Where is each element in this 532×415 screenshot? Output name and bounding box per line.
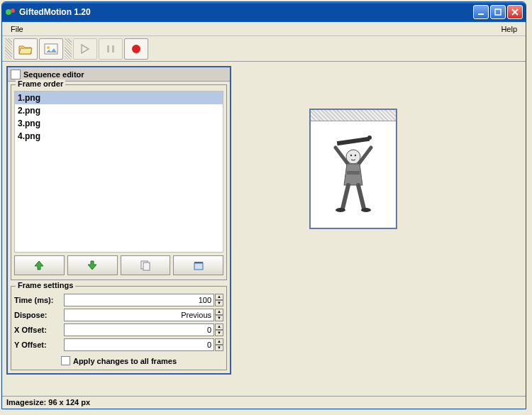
toolbar-grip	[5, 38, 12, 60]
play-button[interactable]	[73, 38, 97, 60]
svg-point-19	[336, 208, 345, 212]
svg-rect-13	[337, 137, 370, 145]
svg-rect-10	[143, 262, 150, 270]
toolbar	[2, 36, 526, 62]
move-up-button[interactable]	[14, 255, 65, 275]
preview-image	[321, 132, 385, 217]
apply-all-label: Apply changes to all frames	[73, 357, 177, 365]
svg-point-17	[355, 155, 356, 156]
svg-point-1	[11, 9, 15, 13]
time-label: Time (ms):	[14, 296, 64, 304]
svg-rect-2	[478, 13, 484, 15]
dispose-label: Dispose:	[14, 311, 64, 319]
spinner-down-icon[interactable]: ▼	[215, 345, 223, 351]
image-button[interactable]	[39, 38, 63, 60]
list-item[interactable]: 1.png	[15, 92, 223, 104]
spinner-down-icon[interactable]: ▼	[215, 315, 223, 321]
arrow-down-icon	[87, 260, 98, 271]
move-down-button[interactable]	[67, 255, 118, 275]
svg-point-5	[47, 46, 50, 49]
preview-canvas	[311, 121, 396, 228]
frame-order-group: Frame order 1.png 2.png 3.png 4.png	[11, 84, 227, 280]
sequence-editor-window[interactable]: Sequence editor Frame order 1.png 2.png …	[6, 66, 231, 375]
frame-list[interactable]: 1.png 2.png 3.png 4.png	[14, 91, 223, 253]
time-spinner[interactable]: ▲▼	[215, 294, 223, 306]
svg-point-8	[132, 45, 140, 53]
app-window: GiftedMotion 1.20 File Help	[1, 1, 526, 409]
svg-rect-11	[194, 263, 203, 270]
spinner-down-icon[interactable]: ▼	[215, 330, 223, 336]
spinner-up-icon[interactable]: ▲	[215, 338, 223, 345]
frame-order-legend: Frame order	[16, 79, 65, 88]
duplicate-button[interactable]	[121, 255, 171, 275]
svg-rect-6	[107, 45, 109, 52]
copy-icon	[140, 260, 151, 271]
titlebar[interactable]: GiftedMotion 1.20	[2, 2, 526, 22]
list-item[interactable]: 4.png	[15, 130, 223, 143]
window-title: GiftedMotion 1.20	[19, 7, 473, 17]
toolbar-sep	[65, 38, 72, 60]
svg-rect-3	[495, 9, 501, 15]
menu-file[interactable]: File	[6, 23, 28, 35]
play-icon	[80, 44, 90, 54]
list-item[interactable]: 3.png	[15, 117, 223, 130]
xoffset-input[interactable]	[64, 323, 214, 336]
yoffset-spinner[interactable]: ▲▼	[215, 338, 223, 351]
dispose-spinner[interactable]: ▲▼	[215, 309, 223, 321]
close-button[interactable]	[507, 5, 523, 19]
open-button[interactable]	[13, 38, 38, 60]
menubar: File Help	[2, 22, 526, 36]
pause-icon	[106, 44, 116, 54]
arrow-up-icon	[33, 260, 45, 271]
record-button[interactable]	[124, 38, 148, 60]
picture-icon	[44, 43, 58, 55]
frame-settings-legend: Frame settings	[16, 281, 75, 289]
preview-titlebar[interactable]	[311, 110, 396, 121]
statusbar: Imagesize: 96 x 124 px	[2, 396, 526, 409]
maximize-button[interactable]	[490, 5, 506, 19]
record-icon	[131, 43, 142, 55]
time-input[interactable]	[64, 294, 214, 306]
workspace: Sequence editor Frame order 1.png 2.png …	[2, 62, 526, 396]
minimize-button[interactable]	[473, 5, 489, 19]
list-item[interactable]: 2.png	[15, 104, 223, 117]
svg-point-20	[361, 208, 371, 212]
svg-point-14	[367, 135, 372, 140]
spinner-up-icon[interactable]: ▲	[215, 294, 223, 300]
dispose-input[interactable]	[64, 309, 214, 321]
frame-settings-group: Frame settings Time (ms): ▲▼ Dispose: ▲▼…	[11, 286, 227, 370]
status-text: Imagesize: 96 x 124 px	[6, 398, 90, 406]
window-icon	[11, 70, 21, 79]
xoffset-spinner[interactable]: ▲▼	[215, 323, 223, 336]
apply-all-checkbox[interactable]	[61, 356, 70, 365]
svg-rect-12	[194, 262, 203, 263]
frame-icon	[193, 260, 204, 271]
pause-button[interactable]	[99, 38, 123, 60]
app-icon	[5, 6, 16, 18]
sequence-editor-title: Sequence editor	[23, 70, 84, 79]
spinner-up-icon[interactable]: ▲	[215, 309, 223, 315]
spinner-down-icon[interactable]: ▼	[215, 300, 223, 306]
delete-button[interactable]	[173, 255, 223, 275]
spinner-up-icon[interactable]: ▲	[215, 323, 223, 330]
svg-point-0	[6, 9, 11, 15]
svg-rect-7	[112, 45, 114, 52]
preview-panel[interactable]	[309, 109, 397, 229]
yoffset-input[interactable]	[64, 338, 214, 351]
svg-rect-18	[347, 171, 360, 175]
folder-open-icon	[18, 43, 33, 55]
menu-help[interactable]: Help	[497, 23, 521, 35]
yoffset-label: Y Offset:	[14, 341, 64, 349]
svg-point-16	[350, 155, 352, 156]
xoffset-label: X Offset:	[14, 326, 64, 334]
